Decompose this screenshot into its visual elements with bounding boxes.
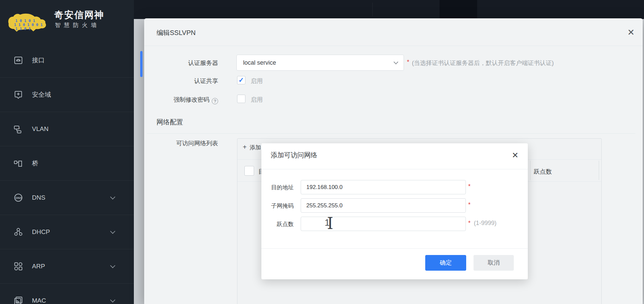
- sidebar-item-label: ARP: [32, 263, 45, 270]
- sidebar-item-label: MAC: [32, 297, 46, 304]
- plus-icon: +: [243, 143, 247, 151]
- force-password-enable-label: 启用: [251, 96, 263, 104]
- sidebar-item-security-zone[interactable]: 安全域: [0, 78, 134, 112]
- dhcp-icon: [13, 227, 23, 237]
- destination-label: 目的地址: [261, 184, 294, 191]
- brand-title: 奇安信网神: [54, 9, 104, 21]
- sidebar-item-bridge[interactable]: 桥: [0, 146, 134, 181]
- svg-text:DNS: DNS: [16, 196, 22, 200]
- tiger-logo-icon: 1 0 1 0 1 1 1 0 1 0 0 1 1 1 0 1: [5, 8, 49, 34]
- help-icon[interactable]: ?: [212, 98, 218, 104]
- sidebar-item-arp[interactable]: ARP: [0, 249, 134, 284]
- sidebar-item-label: 桥: [32, 159, 38, 168]
- chevron-down-icon[interactable]: [110, 263, 116, 268]
- svg-text:1: 1: [18, 126, 20, 130]
- select-all-checkbox[interactable]: [244, 166, 254, 176]
- sidebar-item-label: DNS: [32, 194, 45, 201]
- required-mark: *: [468, 201, 471, 208]
- accessible-network-list-label: 可访问网络列表: [164, 139, 218, 147]
- interface-icon: [13, 55, 23, 65]
- sidebar-item-mac[interactable]: MAC: [0, 284, 134, 304]
- brand-logo-row: 1 0 1 0 1 1 1 0 1 0 0 1 1 1 0 1 奇安信网神 智慧…: [0, 0, 134, 42]
- sidebar: 1 0 1 0 1 1 1 0 1 0 0 1 1 1 0 1 奇安信网神 智慧…: [0, 0, 134, 304]
- destination-input[interactable]: 192.168.100.0: [301, 180, 466, 194]
- sidebar-item-label: VLAN: [32, 125, 49, 133]
- sidebar-item-dhcp[interactable]: DHCP: [0, 215, 134, 249]
- scrollbar-thumb[interactable]: [140, 51, 143, 77]
- brand-subtitle: 智慧防火墙: [55, 21, 100, 29]
- network-config-section-title: 网络配置: [157, 118, 183, 127]
- auth-share-checkbox[interactable]: ✓: [237, 76, 245, 84]
- bridge-icon: [13, 158, 23, 168]
- chevron-down-icon: [394, 60, 398, 64]
- sidebar-item-dns[interactable]: DNS DNS: [0, 181, 134, 215]
- close-icon[interactable]: ✕: [509, 149, 521, 161]
- checkmark-icon: ✓: [238, 76, 244, 84]
- subnet-mask-label: 子网掩码: [261, 202, 294, 210]
- auth-server-label: 认证服务器: [164, 59, 218, 67]
- sidebar-menu: 接口 安全域 1 VLAN 桥 DNS DNS: [0, 43, 134, 304]
- required-mark: *: [468, 220, 471, 227]
- sidebar-item-interface[interactable]: 接口: [0, 43, 134, 78]
- add-network-button[interactable]: +添加: [243, 143, 261, 151]
- hops-label: 跃点数: [261, 220, 294, 228]
- close-icon[interactable]: ✕: [625, 26, 637, 38]
- column-header-hops: 跃点数: [534, 168, 552, 176]
- auth-server-value: local service: [243, 55, 276, 70]
- topbar-active-block: [440, 0, 477, 19]
- cancel-button[interactable]: 取消: [474, 255, 514, 271]
- force-password-checkbox[interactable]: [237, 95, 245, 103]
- auth-share-enable-label: 启用: [251, 77, 263, 85]
- required-mark: *: [468, 183, 471, 190]
- auth-share-label: 认证共享: [164, 77, 218, 85]
- topbar-divider: [372, 3, 373, 16]
- security-zone-icon: [13, 90, 23, 100]
- dns-icon: DNS: [13, 193, 23, 203]
- mac-icon: [13, 296, 23, 304]
- svg-text:1 1 0 1: 1 1 0 1: [15, 27, 31, 31]
- add-network-dialog: 添加可访问网络 ✕ 目的地址 192.168.100.0 * 子网掩码 255.…: [261, 143, 528, 279]
- chevron-down-icon[interactable]: [110, 194, 116, 200]
- chevron-down-icon[interactable]: [110, 229, 116, 234]
- hops-range-hint: (1-9999): [474, 220, 496, 227]
- text-cursor-icon: I: [327, 214, 333, 233]
- arp-icon: [13, 261, 23, 271]
- subnet-mask-input[interactable]: 255.255.255.0: [301, 198, 466, 213]
- sidebar-item-label: 安全域: [32, 90, 51, 99]
- force-password-label: 强制修改密码?: [151, 96, 218, 104]
- required-mark: *: [407, 59, 409, 66]
- vlan-icon: 1: [13, 124, 23, 134]
- sidebar-item-label: DHCP: [32, 228, 50, 236]
- modal-title: 编辑SSLVPN: [157, 28, 195, 37]
- sidebar-item-label: 接口: [32, 56, 45, 65]
- auth-server-hint: (当选择证书认证服务器后，默认开启客户端证书认证): [412, 59, 554, 67]
- auth-server-select[interactable]: local service: [236, 55, 404, 71]
- dialog-title: 添加可访问网络: [271, 151, 317, 160]
- ok-button[interactable]: 确定: [425, 255, 466, 271]
- sidebar-item-vlan[interactable]: 1 VLAN: [0, 112, 134, 146]
- chevron-down-icon[interactable]: [110, 297, 116, 303]
